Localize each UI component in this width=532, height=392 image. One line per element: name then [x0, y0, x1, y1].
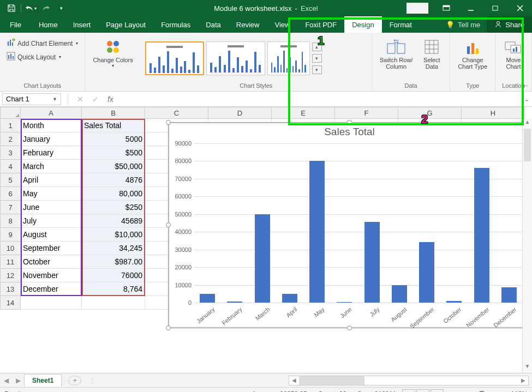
row-header-2[interactable]: 2 [0, 132, 21, 146]
tab-format[interactable]: Format [382, 16, 420, 33]
cell-B14[interactable] [82, 296, 145, 310]
cancel-formula-icon[interactable]: ✕ [73, 95, 88, 104]
cell-A13[interactable]: December [21, 282, 82, 296]
column-header-B[interactable]: B [82, 107, 145, 119]
sheet-nav-next[interactable]: ▶ [12, 377, 24, 384]
zoom-slider[interactable]: − + [449, 390, 506, 393]
cell-B13[interactable]: 8,764 [82, 282, 145, 296]
cell-A12[interactable]: November [21, 269, 82, 282]
cell-A4[interactable]: March [21, 160, 82, 173]
close-icon[interactable] [507, 0, 532, 16]
column-header-H[interactable]: H [462, 107, 525, 119]
grid[interactable]: ABCDEFGH MonthSales TotalJanuary5000Febr… [21, 107, 532, 373]
sheet-tab-active[interactable]: Sheet1 [24, 374, 62, 387]
chart-title[interactable]: Sales Total [169, 123, 530, 139]
tab-page-layout[interactable]: Page Layout [98, 16, 153, 33]
column-header-E[interactable]: E [272, 107, 335, 119]
chart-bar[interactable] [282, 294, 297, 303]
row-header-6[interactable]: 6 [0, 187, 21, 201]
row-header-5[interactable]: 5 [0, 173, 21, 187]
view-page-break-button[interactable]: ▧ [431, 389, 444, 393]
tab-view[interactable]: View [267, 16, 297, 33]
row-header-10[interactable]: 10 [0, 242, 21, 255]
expand-formula-bar-icon[interactable]: ⌄ [521, 95, 532, 103]
view-page-layout-button[interactable]: ▤ [416, 389, 429, 393]
cell-B7[interactable]: $250 [82, 201, 145, 214]
row-header-1[interactable]: 1 [0, 119, 21, 132]
chart-bar[interactable] [474, 168, 489, 303]
chart-bar[interactable] [501, 287, 517, 303]
tab-design[interactable]: Design [344, 16, 381, 33]
sheet-nav-prev[interactable]: ◀ [0, 377, 12, 384]
select-all-button[interactable] [0, 107, 21, 119]
row-header-3[interactable]: 3 [0, 146, 21, 160]
zoom-level[interactable]: 110% [511, 390, 528, 393]
column-header-G[interactable]: G [398, 107, 462, 119]
ribbon-options-icon[interactable] [434, 0, 458, 16]
add-sheet-button[interactable]: + [68, 376, 81, 385]
row-header-7[interactable]: 7 [0, 201, 21, 214]
qat-customize-icon[interactable]: ▾ [54, 2, 68, 15]
chart-bar[interactable] [255, 214, 270, 303]
column-header-D[interactable]: D [208, 107, 272, 119]
cell-B12[interactable]: 76000 [82, 269, 145, 282]
cell-A14[interactable] [21, 296, 82, 310]
chart-bar[interactable] [419, 242, 434, 303]
cell-A2[interactable]: January [21, 132, 82, 146]
chart-style-gallery-nav[interactable]: ▴▾▾ [312, 41, 322, 75]
redo-icon[interactable] [39, 2, 53, 15]
select-data-button[interactable]: Select Data [418, 35, 445, 72]
chart-bar[interactable] [337, 302, 352, 303]
cell-B5[interactable]: 4876 [82, 173, 145, 187]
minimize-icon[interactable] [458, 0, 483, 16]
cell-A10[interactable]: September [21, 242, 82, 255]
view-normal-button[interactable]: ▦ [402, 389, 415, 393]
cell-A5[interactable]: April [21, 173, 82, 187]
row-header-12[interactable]: 12 [0, 269, 21, 282]
cell-B1[interactable]: Sales Total [82, 119, 145, 132]
tab-home[interactable]: Home [31, 16, 65, 33]
tell-me-search[interactable]: 💡 Tell me [439, 16, 487, 33]
enter-formula-icon[interactable]: ✓ [88, 95, 103, 104]
tab-formulas[interactable]: Formulas [153, 16, 198, 33]
cell-B10[interactable]: 34,245 [82, 242, 145, 255]
tab-foxit-pdf[interactable]: Foxit PDF [297, 16, 344, 33]
embedded-chart[interactable]: Sales Total 0100002000030000400005000060… [168, 122, 531, 328]
save-icon[interactable] [4, 2, 19, 15]
chart-bar[interactable] [446, 301, 462, 303]
quick-layout-button[interactable]: Quick Layout▾ [4, 51, 80, 63]
change-chart-type-button[interactable]: Change Chart Type [455, 35, 491, 72]
row-header-11[interactable]: 11 [0, 255, 21, 269]
cell-A3[interactable]: February [21, 146, 82, 160]
chart-style-thumb-2[interactable] [206, 41, 265, 75]
vertical-scrollbar[interactable]: ▲ ▼ [522, 119, 532, 373]
tab-data[interactable]: Data [198, 16, 228, 33]
row-header-4[interactable]: 4 [0, 160, 21, 173]
column-header-F[interactable]: F [335, 107, 398, 119]
fx-icon[interactable]: fx [103, 95, 118, 104]
name-box[interactable]: Chart 1 ▼ [2, 93, 61, 105]
tab-file[interactable]: File [0, 16, 31, 33]
change-colors-button[interactable]: Change Colors▾ [89, 35, 136, 70]
chart-bar[interactable] [200, 294, 215, 303]
row-header-13[interactable]: 13 [0, 282, 21, 296]
row-header-8[interactable]: 8 [0, 214, 21, 228]
cell-B8[interactable]: 45689 [82, 214, 145, 228]
cell-B2[interactable]: 5000 [82, 132, 145, 146]
chart-bar[interactable] [364, 222, 380, 303]
column-header-A[interactable]: A [21, 107, 82, 119]
cell-A9[interactable]: August [21, 228, 82, 242]
row-header-9[interactable]: 9 [0, 228, 21, 242]
cell-B6[interactable]: 80,000 [82, 187, 145, 201]
column-header-C[interactable]: C [145, 107, 208, 119]
cell-A7[interactable]: June [21, 201, 82, 214]
chart-style-thumb-3[interactable] [267, 41, 310, 75]
cell-B4[interactable]: $50,000 [82, 160, 145, 173]
row-header-14[interactable]: 14 [0, 296, 21, 310]
cell-B11[interactable]: $987.00 [82, 255, 145, 269]
move-chart-button[interactable]: Move Chart [500, 35, 527, 72]
horizontal-scrollbar[interactable]: ◀▶ [289, 376, 529, 385]
collapse-ribbon-icon[interactable]: ︿ [523, 81, 529, 89]
undo-icon[interactable]: ▾ [23, 2, 38, 15]
cell-B9[interactable]: $10,000 [82, 228, 145, 242]
